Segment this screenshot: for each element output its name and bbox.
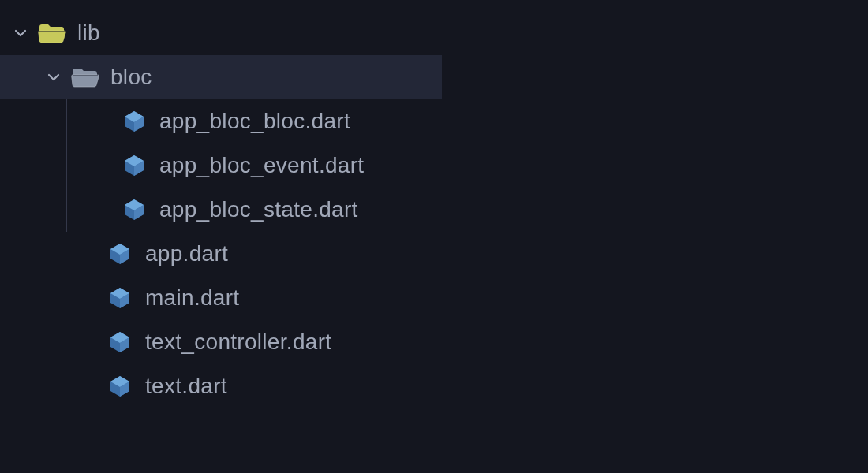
dart-file-icon	[120, 109, 148, 134]
tree-item-label: bloc	[110, 65, 152, 90]
chevron-down-icon	[14, 27, 27, 39]
tree-file[interactable]: text_controller.dart	[0, 320, 868, 364]
tree-folder-bloc[interactable]: bloc	[0, 55, 442, 99]
dart-file-icon	[106, 330, 134, 355]
tree-file[interactable]: main.dart	[0, 276, 868, 320]
folder-open-icon	[38, 20, 66, 46]
tree-item-label: app_bloc_state.dart	[159, 197, 358, 222]
dart-file-icon	[106, 374, 134, 399]
dart-file-icon	[106, 285, 134, 311]
indent-guideline	[66, 99, 67, 232]
tree-file[interactable]: app_bloc_bloc.dart	[0, 99, 868, 143]
tree-item-label: lib	[77, 20, 100, 46]
tree-item-label: app_bloc_bloc.dart	[159, 109, 350, 134]
tree-item-label: text_controller.dart	[145, 330, 331, 355]
tree-file[interactable]: app.dart	[0, 232, 868, 276]
tree-file[interactable]: text.dart	[0, 364, 868, 408]
file-tree: lib bloc app_bloc_bloc.dart	[0, 0, 868, 408]
folder-open-icon	[71, 65, 99, 90]
dart-file-icon	[120, 153, 148, 178]
tree-item-label: app.dart	[145, 241, 228, 266]
tree-folder-lib[interactable]: lib	[0, 11, 868, 55]
tree-file[interactable]: app_bloc_event.dart	[0, 143, 868, 188]
dart-file-icon	[120, 197, 148, 222]
tree-item-label: app_bloc_event.dart	[159, 153, 364, 178]
dart-file-icon	[106, 241, 134, 266]
chevron-down-icon	[47, 71, 60, 84]
tree-item-label: text.dart	[145, 374, 227, 399]
tree-item-label: main.dart	[145, 285, 239, 311]
tree-file[interactable]: app_bloc_state.dart	[0, 188, 868, 232]
